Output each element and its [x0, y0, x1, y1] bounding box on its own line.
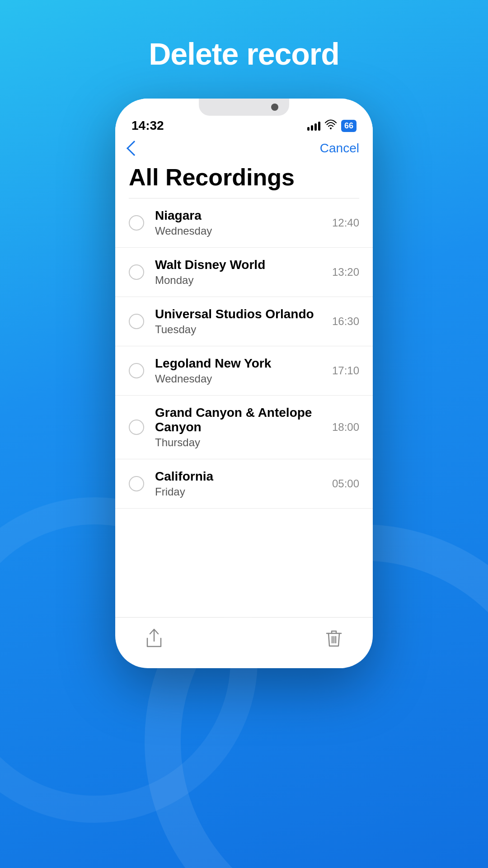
camera-dot — [271, 104, 278, 111]
recording-info: California Friday — [155, 469, 332, 498]
back-chevron-icon — [127, 141, 142, 156]
recordings-list[interactable]: Niagara Wednesday 12:40 Walt Disney Worl… — [115, 198, 373, 617]
delete-button[interactable] — [322, 627, 346, 650]
radio-circle[interactable] — [129, 476, 144, 491]
recordings-heading: All Recordings — [115, 160, 373, 198]
recording-day: Friday — [155, 486, 332, 498]
recording-time: 18:00 — [332, 421, 359, 434]
recording-name: California — [155, 469, 332, 484]
signal-icon — [307, 121, 320, 131]
radio-circle[interactable] — [129, 264, 144, 280]
recording-day: Wednesday — [155, 373, 332, 385]
recording-time: 12:40 — [332, 217, 359, 229]
status-icons: 66 — [307, 119, 357, 132]
radio-circle[interactable] — [129, 363, 144, 378]
back-button[interactable] — [129, 143, 140, 154]
recording-item[interactable]: California Friday 05:00 — [115, 459, 373, 509]
recording-day: Monday — [155, 274, 332, 287]
recording-item[interactable]: Universal Studios Orlando Tuesday 16:30 — [115, 297, 373, 346]
bottom-toolbar — [115, 617, 373, 668]
svg-point-0 — [330, 127, 332, 129]
recording-name: Niagara — [155, 208, 332, 223]
recording-name: Walt Disney World — [155, 258, 332, 272]
recording-time: 16:30 — [332, 315, 359, 328]
recording-info: Legoland New York Wednesday — [155, 356, 332, 385]
radio-circle[interactable] — [129, 215, 144, 231]
status-bar: 14:32 66 — [115, 117, 373, 135]
recording-info: Grand Canyon & Antelope Canyon Thursday — [155, 406, 332, 449]
radio-circle[interactable] — [129, 314, 144, 329]
recording-info: Universal Studios Orlando Tuesday — [155, 307, 332, 336]
phone-content: Cancel All Recordings Niagara Wednesday … — [115, 135, 373, 668]
recording-day: Thursday — [155, 436, 332, 449]
recording-time: 17:10 — [332, 364, 359, 377]
battery-icon: 66 — [341, 120, 357, 132]
share-button[interactable] — [142, 627, 166, 650]
phone-top: 14:32 66 — [115, 99, 373, 135]
recording-info: Niagara Wednesday — [155, 208, 332, 237]
nav-bar: Cancel — [115, 135, 373, 160]
recording-item[interactable]: Niagara Wednesday 12:40 — [115, 198, 373, 248]
recording-name: Universal Studios Orlando — [155, 307, 332, 321]
recording-day: Wednesday — [155, 225, 332, 237]
recording-time: 05:00 — [332, 477, 359, 490]
notch — [199, 99, 289, 116]
recording-name: Grand Canyon & Antelope Canyon — [155, 406, 332, 434]
recording-item[interactable]: Walt Disney World Monday 13:20 — [115, 248, 373, 297]
recording-item[interactable]: Legoland New York Wednesday 17:10 — [115, 346, 373, 396]
recording-time: 13:20 — [332, 266, 359, 278]
status-time: 14:32 — [131, 118, 164, 133]
recording-item[interactable]: Grand Canyon & Antelope Canyon Thursday … — [115, 396, 373, 459]
page-title: Delete record — [149, 36, 339, 71]
phone-mockup: 14:32 66 — [115, 99, 373, 668]
wifi-icon — [325, 119, 337, 132]
recording-name: Legoland New York — [155, 356, 332, 371]
recording-day: Tuesday — [155, 323, 332, 336]
cancel-button[interactable]: Cancel — [320, 141, 359, 156]
radio-circle[interactable] — [129, 420, 144, 435]
recording-info: Walt Disney World Monday — [155, 258, 332, 287]
